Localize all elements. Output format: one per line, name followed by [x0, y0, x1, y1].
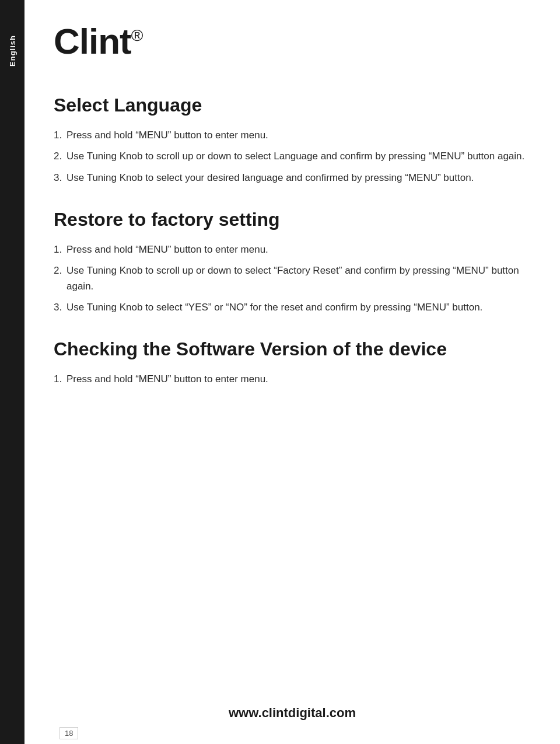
- logo-area: Clint®: [54, 23, 525, 71]
- list-item: 3. Use Tuning Knob to select “YES” or “N…: [54, 300, 525, 315]
- item-text: Use Tuning Knob to scroll up or down to …: [66, 263, 525, 294]
- section-title-software-version: Checking the Software Version of the dev…: [54, 338, 525, 360]
- list-item: 2. Use Tuning Knob to scroll up or down …: [54, 263, 525, 294]
- section-software-version: Checking the Software Version of the dev…: [54, 338, 525, 387]
- instruction-list-select-language: 1. Press and hold “MENU” button to enter…: [54, 128, 525, 186]
- registered-symbol: ®: [131, 26, 143, 44]
- item-num: 1.: [54, 242, 66, 257]
- section-title-select-language: Select Language: [54, 95, 525, 116]
- page-wrapper: English Clint® Select Language 1. Press …: [0, 0, 560, 744]
- page-number: 18: [60, 727, 78, 739]
- item-num: 2.: [54, 149, 66, 164]
- list-item: 1. Press and hold “MENU” button to enter…: [54, 128, 525, 143]
- item-text: Use Tuning Knob to select “YES” or “NO” …: [66, 300, 525, 315]
- item-text: Use Tuning Knob to scroll up or down to …: [66, 149, 525, 164]
- side-tab: English: [0, 0, 24, 744]
- instruction-list-restore-factory: 1. Press and hold “MENU” button to enter…: [54, 242, 525, 315]
- item-text: Press and hold “MENU” button to enter me…: [66, 242, 525, 257]
- section-title-restore-factory: Restore to factory setting: [54, 209, 525, 230]
- list-item: 3. Use Tuning Knob to select your desire…: [54, 170, 525, 186]
- item-num: 1.: [54, 372, 66, 387]
- instruction-list-software-version: 1. Press and hold “MENU” button to enter…: [54, 372, 525, 387]
- item-num: 1.: [54, 128, 66, 143]
- section-select-language: Select Language 1. Press and hold “MENU”…: [54, 95, 525, 186]
- item-num: 2.: [54, 263, 66, 278]
- item-text: Press and hold “MENU” button to enter me…: [66, 128, 525, 143]
- item-text: Press and hold “MENU” button to enter me…: [66, 372, 525, 387]
- side-tab-label: English: [8, 35, 17, 67]
- item-num: 3.: [54, 300, 66, 315]
- footer-url: www.clintdigital.com: [24, 705, 560, 721]
- item-num: 3.: [54, 170, 66, 186]
- section-restore-factory: Restore to factory setting 1. Press and …: [54, 209, 525, 315]
- item-text: Use Tuning Knob to select your desired l…: [66, 170, 525, 186]
- logo-text: Clint: [54, 21, 131, 61]
- list-item: 1. Press and hold “MENU” button to enter…: [54, 372, 525, 387]
- main-content: Clint® Select Language 1. Press and hold…: [24, 0, 560, 744]
- list-item: 1. Press and hold “MENU” button to enter…: [54, 242, 525, 257]
- list-item: 2. Use Tuning Knob to scroll up or down …: [54, 149, 525, 164]
- logo: Clint®: [54, 23, 525, 60]
